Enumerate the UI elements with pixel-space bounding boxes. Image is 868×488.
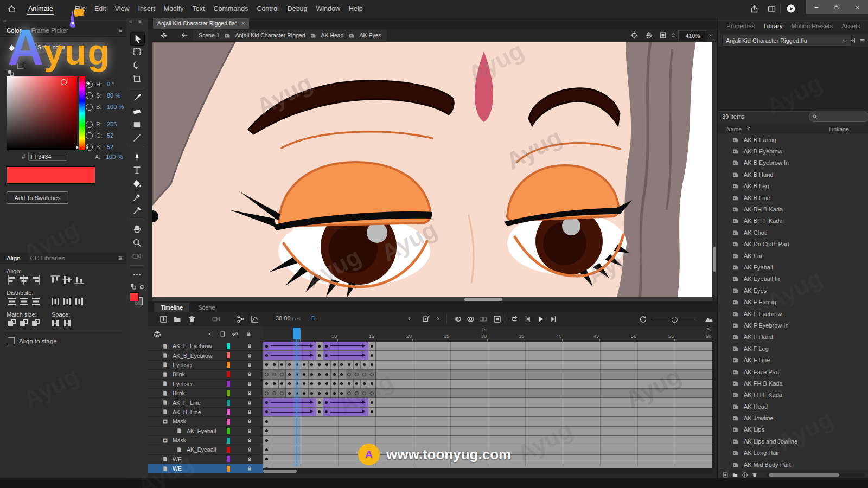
frame-tracks[interactable] [263, 342, 712, 466]
prev-keyframe-icon[interactable]: ‹ [408, 314, 411, 323]
library-item[interactable]: AK B Leg [718, 181, 868, 192]
hand-tool[interactable] [130, 223, 144, 235]
back-icon[interactable] [180, 31, 189, 40]
library-item[interactable]: AK Mid Body Part [718, 459, 868, 470]
frame-track-AK_Eyeball[interactable] [263, 445, 712, 454]
library-document-select[interactable]: Anjali Kid Character Rigged.fla [722, 35, 852, 47]
highlight-column-icon[interactable] [206, 331, 213, 337]
tab-assets[interactable]: Assets [841, 23, 860, 29]
layer-color-chip[interactable] [227, 390, 230, 396]
menu-animate[interactable]: Animate [24, 0, 58, 16]
tab-motion-presets[interactable]: Motion Presets [792, 23, 833, 29]
hue-handle-left[interactable] [76, 145, 79, 150]
color-value[interactable]: 52 [107, 132, 113, 139]
outline-column-icon[interactable] [219, 330, 226, 338]
layer-row-AK_Eyeball[interactable]: AK_Eyeball [148, 427, 263, 436]
library-item[interactable]: AK B Earing [718, 134, 868, 145]
snap-to-objects-icon[interactable] [130, 283, 137, 290]
layer-color-chip[interactable] [227, 343, 230, 349]
stage-horizontal-scrollbar[interactable] [152, 297, 712, 301]
selection-tool[interactable] [130, 32, 145, 46]
layer-color-chip[interactable] [227, 371, 230, 377]
library-item[interactable]: AK F Hand [718, 331, 868, 343]
color-value[interactable]: 52 [107, 144, 113, 150]
distribute-button-5[interactable] [74, 296, 85, 306]
library-item[interactable]: AK B Eyebrow In [718, 157, 868, 169]
library-item[interactable]: AK FH F Kada [718, 389, 868, 401]
document-tab[interactable]: Anjali Kid Character Rigged.fla* × [153, 18, 249, 29]
breadcrumb-3[interactable]: AK Eyes [360, 32, 381, 38]
library-item[interactable]: AK BH F Kada [718, 215, 868, 227]
new-folder-icon[interactable] [732, 472, 738, 478]
layer-color-chip[interactable] [227, 409, 230, 415]
menu-modify[interactable]: Modify [159, 0, 188, 16]
radio-icon[interactable] [86, 104, 93, 111]
fill-stroke-swatches[interactable] [130, 292, 144, 305]
parent-view-icon[interactable] [236, 314, 245, 324]
frame-track-WE[interactable] [263, 455, 712, 464]
stage-vertical-scrollbar[interactable] [712, 42, 717, 297]
center-frame-icon[interactable] [630, 31, 639, 40]
distribute-button-4[interactable] [62, 296, 73, 306]
subselection-tool[interactable] [130, 46, 144, 58]
step-forward-icon[interactable] [549, 314, 558, 324]
layer-row-AK_B_Eyebrow[interactable]: AK_B_Eyebrow [148, 351, 263, 360]
rectangle-tool[interactable] [130, 118, 144, 131]
menu-commands[interactable]: Commands [209, 0, 252, 16]
close-button[interactable]: × [847, 0, 868, 14]
align-button-4[interactable] [62, 274, 73, 284]
home-icon[interactable] [7, 4, 17, 14]
match-space-button-0[interactable] [7, 318, 17, 328]
frame-track-Mask[interactable] [263, 417, 712, 426]
line-tool[interactable] [130, 132, 144, 144]
share-icon[interactable] [750, 4, 759, 14]
tab-scene[interactable]: Scene [192, 303, 221, 312]
zoom-stepper-icon[interactable] [670, 31, 676, 40]
layer-row-Eyeliser[interactable]: Eyeliser [148, 380, 263, 389]
library-item[interactable]: AK F Earing [718, 296, 868, 307]
distribute-button-3[interactable] [50, 296, 61, 306]
fill-color-chip[interactable] [17, 50, 23, 56]
breadcrumb-1[interactable]: Anjali Kid Character Rigged [235, 32, 305, 38]
tab-align[interactable]: Align [7, 255, 21, 261]
align-button-3[interactable] [50, 274, 61, 284]
align-button-5[interactable] [74, 274, 85, 284]
more-tools[interactable] [130, 268, 144, 281]
layer-color-chip[interactable] [227, 362, 230, 368]
fps-display[interactable]: 30.00 FPS 5 F [276, 315, 319, 322]
library-item[interactable]: AK Choti [718, 227, 868, 238]
saturation-brightness-picker[interactable] [7, 76, 77, 150]
library-item[interactable]: AK BH B Kada [718, 203, 868, 215]
menu-help[interactable]: Help [344, 0, 367, 16]
onion-skin-outlines-icon[interactable] [466, 314, 475, 324]
radio-icon[interactable] [86, 81, 93, 88]
match-space-button-3[interactable] [50, 318, 61, 328]
rotate-icon[interactable] [138, 283, 145, 290]
tab-library[interactable]: Library [763, 23, 782, 29]
hue-slider[interactable] [79, 76, 85, 150]
layer-color-chip[interactable] [227, 438, 230, 444]
zoom-level-input[interactable]: 410% [678, 30, 707, 41]
distribute-button-0[interactable] [7, 296, 17, 306]
radio-icon[interactable] [86, 144, 93, 151]
menu-edit[interactable]: Edit [90, 0, 111, 16]
radio-icon[interactable] [86, 121, 93, 128]
layer-row-Eyeliser[interactable]: Eyeliser [148, 361, 263, 370]
layer-row-Blink[interactable]: Blink [148, 389, 263, 398]
library-item[interactable]: AK Dn Cloth Part [718, 239, 868, 250]
column-linkage[interactable]: Linkage [829, 126, 849, 132]
frame-track-AK_B_Eyebrow[interactable] [263, 351, 712, 360]
library-item[interactable]: AK Eyeball In [718, 273, 868, 285]
breadcrumb-2[interactable]: AK Head [321, 32, 344, 38]
stroke-color-icon[interactable] [8, 57, 16, 66]
layer-row-Mask[interactable]: Mask [148, 436, 263, 445]
frame-track-Eyeliser[interactable] [263, 361, 712, 370]
library-horizontal-scrollbar[interactable] [767, 473, 864, 477]
library-item[interactable]: AK Long Hair [718, 447, 868, 459]
frame-track-Blink[interactable] [263, 389, 712, 398]
layer-color-chip[interactable] [227, 428, 230, 434]
rotate-view-icon[interactable] [644, 31, 653, 40]
align-to-stage-checkbox[interactable] [8, 337, 15, 344]
align-button-2[interactable] [30, 274, 41, 284]
layer-color-chip[interactable] [227, 419, 230, 425]
